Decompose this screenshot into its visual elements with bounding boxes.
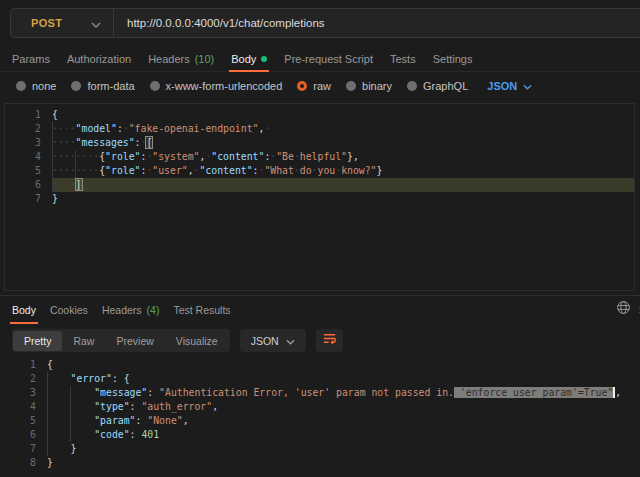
tab-pre-request-script[interactable]: Pre-request Script — [284, 46, 373, 71]
tab-count-badge: (10) — [195, 53, 215, 65]
tab-authorization[interactable]: Authorization — [67, 46, 131, 71]
tab-headers[interactable]: Headers(10) — [148, 46, 214, 71]
radio-icon — [16, 81, 26, 91]
tab-body[interactable]: Body — [231, 46, 267, 71]
radio-label: none — [32, 80, 56, 92]
response-body-viewer[interactable]: 1{2 "error": {3 "message": "Authenticati… — [0, 354, 640, 477]
section-divider — [0, 295, 640, 296]
tab-label: Test Results — [173, 304, 230, 316]
radio-icon — [71, 81, 81, 91]
line-number: 6 — [0, 428, 47, 442]
indent-guide — [47, 372, 48, 456]
raw-format-dropdown[interactable]: JSON — [487, 80, 532, 92]
request-tabs: ParamsAuthorizationHeaders(10)BodyPre-re… — [0, 46, 640, 72]
code-line[interactable]: 5········{"role":·"user",·"content":·"Wh… — [5, 164, 634, 178]
tab-label: Body — [12, 304, 36, 316]
response-tabs: BodyCookiesHeaders(4)Test Results — [0, 297, 640, 323]
chevron-down-icon — [91, 14, 101, 32]
indent-guide — [75, 150, 76, 178]
code-line[interactable]: 4 "type": "auth_error", — [0, 400, 640, 414]
radio-label: raw — [313, 80, 331, 92]
body-type-GraphQL[interactable]: GraphQL — [407, 80, 468, 92]
radio-label: form-data — [87, 80, 134, 92]
line-number: 1 — [5, 108, 52, 122]
tab-label: Cookies — [50, 304, 88, 316]
code-line[interactable]: 3 "message": "Authentication Error, 'use… — [0, 386, 640, 400]
line-number: 4 — [5, 150, 52, 164]
tab-label: Settings — [433, 53, 473, 65]
code-line[interactable]: 3····"messages":·[ — [5, 136, 634, 150]
method-label: POST — [31, 17, 62, 29]
tab-label: Authorization — [67, 53, 131, 65]
body-type-binary[interactable]: binary — [346, 80, 392, 92]
radio-label: GraphQL — [423, 80, 468, 92]
indent-guide — [70, 386, 71, 442]
indent-guide — [52, 122, 53, 192]
code-line[interactable]: 1{ — [0, 358, 640, 372]
body-type-raw[interactable]: raw — [297, 80, 331, 92]
code-line[interactable]: 2····"model":·"fake-openai-endpoint",· — [5, 122, 634, 136]
tab-count-badge: (4) — [147, 304, 160, 316]
line-number: 5 — [0, 414, 47, 428]
tab-label: Body — [231, 53, 256, 65]
tab-label: Pre-request Script — [284, 53, 373, 65]
response-format-label: JSON — [251, 335, 279, 347]
body-type-none[interactable]: none — [16, 80, 56, 92]
line-number: 5 — [5, 164, 52, 178]
code-line[interactable]: 7 } — [0, 442, 640, 456]
radio-icon — [346, 81, 356, 91]
response-tab-test-results[interactable]: Test Results — [173, 297, 230, 323]
radio-icon — [150, 81, 160, 91]
line-number: 8 — [0, 456, 47, 470]
line-number: 6 — [5, 178, 52, 192]
unsaved-changes-dot-icon — [261, 56, 267, 62]
code-line[interactable]: 2 "error": { — [0, 372, 640, 386]
line-number: 2 — [5, 122, 52, 136]
wrap-lines-button[interactable] — [316, 329, 343, 352]
chevron-down-icon — [523, 80, 532, 92]
response-tab-headers[interactable]: Headers(4) — [102, 297, 160, 323]
radio-label: binary — [362, 80, 392, 92]
response-tab-cookies[interactable]: Cookies — [50, 297, 88, 323]
line-number: 7 — [5, 192, 52, 206]
code-line[interactable]: 5 "param": "None", — [0, 414, 640, 428]
view-raw[interactable]: Raw — [62, 331, 105, 351]
request-body-editor[interactable]: 1{2····"model":·"fake-openai-endpoint",·… — [4, 103, 635, 291]
tab-label: Headers — [102, 304, 142, 316]
tab-settings[interactable]: Settings — [433, 46, 473, 71]
code-line[interactable]: 1{ — [5, 108, 634, 122]
line-number: 7 — [0, 442, 47, 456]
method-dropdown[interactable]: POST — [11, 9, 113, 37]
code-line[interactable]: 8} — [0, 456, 640, 470]
tab-label: Params — [12, 53, 50, 65]
tab-label: Headers — [148, 53, 190, 65]
code-line[interactable]: 7} — [5, 192, 634, 206]
chevron-down-icon — [286, 335, 295, 347]
wrap-lines-icon — [322, 331, 337, 350]
view-visualize[interactable]: Visualize — [165, 331, 229, 351]
api-client-window: POST http://0.0.0.0:4000/v1/chat/complet… — [0, 0, 640, 477]
line-number: 3 — [0, 386, 47, 400]
tab-label: Tests — [390, 53, 416, 65]
line-number: 2 — [0, 372, 47, 386]
body-type-x-www-form-urlencoded[interactable]: x-www-form-urlencoded — [150, 80, 283, 92]
code-line[interactable]: 6 "code": 401 — [0, 428, 640, 442]
response-view-switch: PrettyRawPreviewVisualize — [12, 329, 230, 352]
radio-icon — [407, 81, 417, 91]
code-line[interactable]: 6····] — [5, 178, 634, 192]
view-pretty[interactable]: Pretty — [13, 331, 62, 351]
raw-format-label: JSON — [487, 80, 517, 92]
response-tab-body[interactable]: Body — [12, 297, 36, 323]
url-input[interactable]: http://0.0.0.0:4000/v1/chat/completions — [114, 17, 325, 29]
tab-tests[interactable]: Tests — [390, 46, 416, 71]
view-preview[interactable]: Preview — [105, 331, 164, 351]
radio-label: x-www-form-urlencoded — [166, 80, 283, 92]
line-number: 3 — [5, 136, 52, 150]
code-line[interactable]: 4········{"role":·"system",·"content":·"… — [5, 150, 634, 164]
network-globe-icon[interactable] — [616, 300, 631, 319]
body-type-form-data[interactable]: form-data — [71, 80, 134, 92]
response-format-dropdown[interactable]: JSON — [240, 329, 306, 352]
response-toolbar: PrettyRawPreviewVisualize JSON — [12, 329, 343, 352]
line-number: 4 — [0, 400, 47, 414]
tab-params[interactable]: Params — [12, 46, 50, 71]
